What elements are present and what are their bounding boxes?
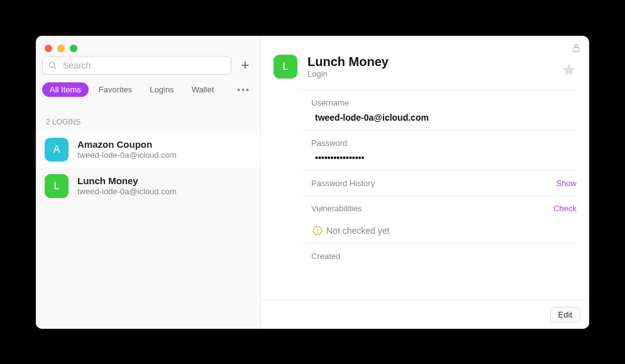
list-item-subtitle: tweed-lode-0a@icloud.com (77, 150, 252, 160)
close-window-button[interactable] (45, 45, 52, 52)
filter-logins[interactable]: Logins (142, 82, 181, 97)
detail-footer: Edit (261, 300, 589, 329)
list-header: 2 LOGINS (36, 104, 260, 131)
svg-line-1 (54, 67, 56, 69)
filter-favorites[interactable]: Favorites (91, 82, 140, 97)
plus-icon: + (241, 57, 250, 74)
detail-subtitle: Login (307, 69, 389, 79)
app-window: + All Items Favorites Logins Wallet ••• … (36, 36, 589, 329)
password-history-label: Password History (311, 179, 375, 188)
detail-title: Lunch Money (307, 55, 389, 69)
sidebar: + All Items Favorites Logins Wallet ••• … (36, 36, 261, 329)
detail-title-group: Lunch Money Login (307, 55, 389, 79)
detail-pane: L Lunch Money Login Username tweed-lode-… (261, 36, 589, 329)
list-item-text: Lunch Money tweed-lode-0a@icloud.com (77, 175, 252, 196)
check-vulnerabilities-button[interactable]: Check (553, 204, 577, 213)
username-label: Username (311, 98, 577, 108)
detail-avatar: L (274, 55, 297, 79)
star-icon (561, 62, 577, 77)
password-label: Password (311, 138, 577, 148)
ellipsis-icon: ••• (237, 85, 250, 95)
password-field[interactable]: Password •••••••••••••••• (299, 130, 577, 170)
minimize-window-button[interactable] (57, 45, 65, 52)
list-item-subtitle: tweed-lode-0a@icloud.com (77, 187, 252, 196)
list-item-title: Amazon Coupon (77, 139, 252, 150)
filter-row: All Items Favorites Logins Wallet ••• (36, 79, 260, 104)
search-input[interactable] (42, 56, 231, 75)
fullscreen-window-button[interactable] (70, 45, 77, 52)
more-button[interactable]: ••• (233, 82, 254, 97)
list-item[interactable]: L Lunch Money tweed-lode-0a@icloud.com (36, 168, 260, 204)
traffic-lights (45, 45, 77, 52)
add-button[interactable]: + (236, 57, 254, 74)
detail-fields: Username tweed-lode-0a@icloud.com Passwo… (261, 86, 589, 300)
edit-button[interactable]: Edit (550, 307, 580, 323)
search-icon (48, 60, 57, 70)
svg-point-5 (318, 233, 318, 233)
username-value: tweed-lode-0a@icloud.com (311, 113, 577, 123)
svg-point-0 (50, 62, 55, 67)
show-history-button[interactable]: Show (556, 179, 577, 188)
list-item-title: Lunch Money (77, 175, 252, 186)
lock-icon[interactable] (572, 43, 580, 53)
password-history-field: Password History Show (299, 170, 577, 196)
avatar: L (45, 174, 69, 198)
list-item-text: Amazon Coupon tweed-lode-0a@icloud.com (77, 139, 252, 160)
filter-wallet[interactable]: Wallet (184, 82, 222, 97)
filter-items: All Items Favorites Logins Wallet (42, 82, 228, 97)
warning-icon (312, 226, 323, 236)
created-field: Created (299, 243, 577, 268)
username-field[interactable]: Username tweed-lode-0a@icloud.com (299, 90, 577, 130)
password-value: •••••••••••••••• (311, 153, 577, 163)
vulnerabilities-label: Vulnerabilities (311, 204, 362, 213)
favorite-button[interactable] (561, 62, 577, 80)
search-wrap (42, 56, 231, 75)
vulnerability-status-text: Not checked yet (326, 226, 389, 236)
avatar: A (45, 138, 69, 162)
filter-all-items[interactable]: All Items (42, 82, 89, 97)
vulnerability-status: Not checked yet (299, 226, 577, 243)
svg-rect-2 (573, 47, 579, 52)
vulnerabilities-field: Vulnerabilities Check Not checked yet (299, 196, 577, 243)
detail-header: L Lunch Money Login (261, 36, 589, 86)
login-list: A Amazon Coupon tweed-lode-0a@icloud.com… (36, 131, 260, 329)
created-label: Created (311, 251, 577, 261)
sidebar-toolbar: + (36, 36, 260, 79)
list-item[interactable]: A Amazon Coupon tweed-lode-0a@icloud.com (36, 131, 260, 168)
detail-topbar (572, 43, 580, 55)
